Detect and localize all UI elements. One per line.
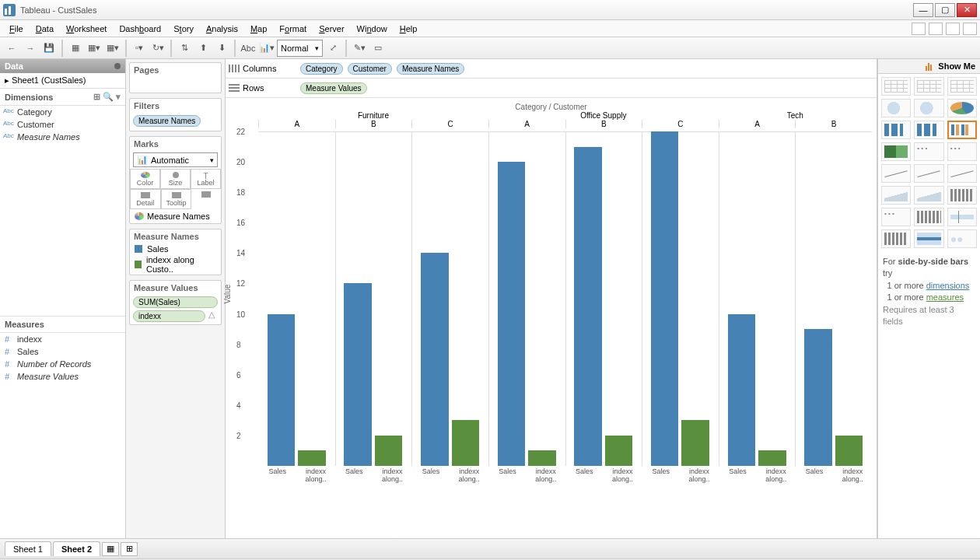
bar[interactable] — [452, 420, 480, 466]
showme-line-disc[interactable] — [914, 164, 943, 183]
menu-server[interactable]: Server — [313, 24, 350, 33]
mv-pill-sum[interactable]: SUM(Sales) — [133, 296, 218, 308]
menu-dashboard[interactable]: Dashboard — [113, 24, 167, 33]
pin-icon[interactable] — [963, 23, 977, 35]
measure-values[interactable]: Measure Values — [0, 370, 125, 383]
bar[interactable] — [498, 162, 526, 466]
marks-tooltip-button[interactable]: Tooltip — [161, 189, 192, 209]
row-pill-measure-values[interactable]: Measure Values — [300, 82, 367, 94]
showme-stacked-bar[interactable] — [914, 121, 943, 139]
showme-scatter[interactable] — [881, 208, 911, 226]
dimension-measure-names[interactable]: Measure Names — [0, 131, 125, 143]
new-worksheet-button[interactable]: ▦ — [102, 542, 119, 556]
maximize-button[interactable]: ▢ — [935, 3, 955, 17]
showme-gantt[interactable] — [881, 229, 911, 248]
bar[interactable] — [605, 436, 633, 466]
showme-side-circle[interactable] — [947, 142, 977, 161]
showme-highlight-table[interactable] — [947, 77, 977, 96]
marks-color-pill[interactable]: Measure Names — [130, 209, 221, 223]
bar[interactable] — [268, 314, 296, 466]
fix-axis-button[interactable]: ⤢ — [324, 40, 341, 57]
tab-sheet2[interactable]: Sheet 2 — [53, 541, 100, 556]
pause-button[interactable]: ▦▾ — [86, 40, 103, 57]
measure-indexx[interactable]: indexx — [0, 333, 125, 345]
showme-histogram[interactable] — [914, 208, 943, 226]
showme-packed-bubbles[interactable] — [947, 229, 977, 248]
columns-shelf[interactable]: Columns Category Customer Measure Names — [226, 59, 877, 79]
minimize-button[interactable]: — — [913, 3, 933, 17]
mv-pill-indexx[interactable]: indexx — [133, 310, 205, 322]
showme-area-disc[interactable] — [914, 186, 943, 205]
find-icon[interactable]: 🔍 — [103, 92, 114, 102]
search-icon[interactable]: ⊞ — [93, 92, 100, 102]
upgrade-icon[interactable] — [946, 23, 960, 35]
datasource-button[interactable]: ▦ — [67, 40, 84, 57]
showme-heat-map[interactable] — [914, 77, 943, 96]
rows-shelf[interactable]: Rows Measure Values — [226, 79, 877, 98]
bar[interactable] — [758, 450, 786, 466]
showme-box-plot[interactable] — [947, 208, 977, 226]
showme-circle-views[interactable] — [914, 142, 943, 161]
swap-button[interactable]: ⇅ — [176, 40, 193, 57]
duplicate-button[interactable]: ↻▾ — [149, 40, 166, 57]
showme-treemap[interactable] — [881, 142, 911, 161]
col-pill-category[interactable]: Category — [300, 63, 343, 75]
col-pill-measure-names[interactable]: Measure Names — [397, 63, 464, 75]
menu-story[interactable]: Story — [167, 24, 200, 33]
labels-button[interactable]: Abc — [240, 40, 257, 57]
showme-hbar[interactable] — [881, 121, 911, 139]
tab-sheet1[interactable]: Sheet 1 — [5, 541, 51, 556]
showme-dual-line[interactable] — [947, 164, 977, 183]
menu-map[interactable]: Map — [244, 24, 273, 33]
filters-shelf[interactable]: Filters Measure Names — [129, 98, 222, 131]
bar[interactable] — [574, 147, 602, 466]
filter-pill[interactable]: Measure Names — [133, 115, 201, 127]
showme-line-cont[interactable] — [881, 164, 911, 183]
marks-type-select[interactable]: 📊 Automatic — [133, 152, 218, 167]
bar[interactable] — [804, 329, 832, 466]
menu-file[interactable]: File — [3, 24, 30, 33]
bar[interactable] — [528, 450, 556, 466]
presentation-button[interactable]: ▭ — [369, 40, 387, 57]
bar[interactable] — [421, 253, 449, 466]
showme-symbol-map[interactable] — [881, 99, 911, 117]
showme-area-cont[interactable] — [881, 186, 911, 205]
run-button[interactable]: ▦▾ — [104, 40, 121, 57]
menu-window[interactable]: Window — [351, 24, 394, 33]
menu-data[interactable]: Data — [30, 24, 60, 33]
menu-format[interactable]: Format — [273, 24, 313, 33]
bar[interactable] — [681, 420, 709, 466]
dimension-category[interactable]: Category — [0, 106, 125, 118]
legend-sales[interactable]: Sales — [130, 243, 221, 254]
marks-label-button[interactable]: Label — [191, 169, 221, 189]
datasource-item[interactable]: Sheet1 (CustSales) — [0, 73, 125, 89]
bar[interactable] — [375, 436, 403, 466]
col-pill-customer[interactable]: Customer — [348, 63, 392, 75]
cards-icon[interactable] — [929, 23, 943, 35]
sort-desc-button[interactable]: ⬇ — [213, 40, 230, 57]
fit-select[interactable]: Normal — [277, 40, 323, 57]
menu-analysis[interactable]: Analysis — [200, 24, 244, 33]
bar[interactable] — [728, 314, 756, 466]
presentation-icon[interactable] — [912, 23, 926, 35]
bar[interactable] — [344, 283, 372, 466]
new-dashboard-button[interactable]: ⊞ — [121, 542, 138, 556]
menu-worksheet[interactable]: Worksheet — [60, 24, 113, 33]
showme-filled-map[interactable] — [914, 99, 943, 117]
highlight-button[interactable]: ✎▾ — [351, 40, 368, 57]
show-me-header[interactable]: Show Me — [878, 59, 980, 74]
pages-shelf[interactable]: Pages — [129, 62, 222, 93]
menu-icon[interactable]: ▾ — [116, 92, 121, 102]
save-button[interactable]: 💾 — [40, 40, 58, 57]
measure-sales[interactable]: Sales — [0, 345, 125, 358]
close-button[interactable]: ✕ — [957, 3, 977, 17]
new-sheet-button[interactable]: ▫▾ — [131, 40, 148, 57]
aggregate-button[interactable]: 📊▾ — [258, 40, 275, 57]
showme-dual-combo[interactable] — [947, 186, 977, 205]
marks-color-button[interactable]: Color — [130, 169, 160, 189]
legend-indexx[interactable]: indexx along Custo.. — [130, 254, 221, 275]
showme-bullet[interactable] — [914, 229, 943, 248]
showme-pie[interactable] — [947, 99, 977, 117]
showme-text-table[interactable] — [881, 77, 911, 96]
bar[interactable] — [835, 436, 863, 466]
